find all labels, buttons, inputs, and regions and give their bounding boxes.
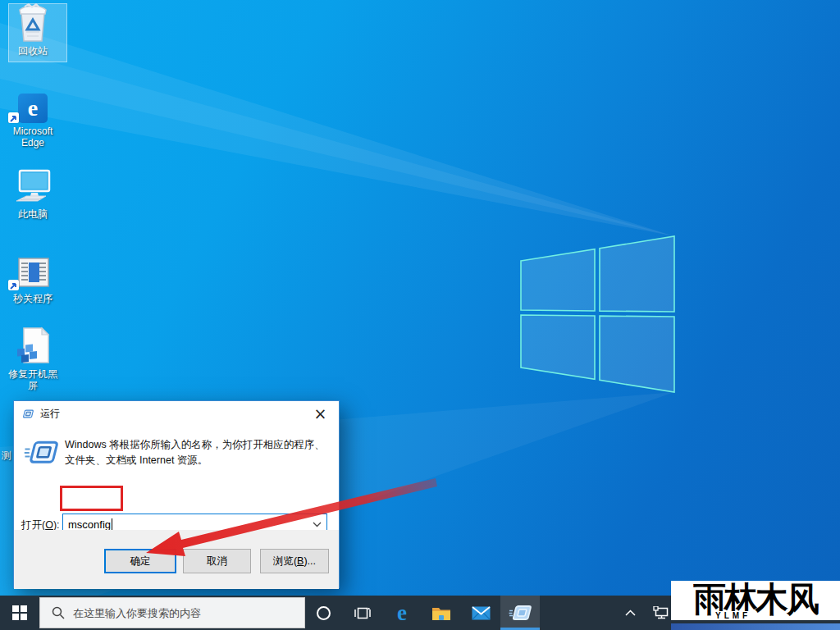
start-button[interactable] [0,596,39,630]
cancel-button[interactable]: 取消 [183,549,251,573]
chevron-down-icon[interactable] [313,522,322,527]
run-dialog-title: 运行 [40,407,60,421]
icon-label: Edge [7,137,59,148]
network-icon [653,606,669,619]
shortcut-arrow-icon [8,112,19,123]
shortcut-arrow-icon [8,280,19,290]
search-input[interactable] [73,607,286,619]
desktop: 回收站 e Microsoft Edge 此电脑 [0,0,840,630]
open-combobox-value: msconfig [68,518,111,531]
task-view-button[interactable] [343,596,382,630]
icon-label: Microsoft [7,126,59,137]
run-dialog-body: Windows 将根据你所输入的名称，为你打开相应的程序、 文件夹、文档或 In… [14,426,339,530]
icon-label: 秒关程序 [7,293,59,304]
taskbar-file-explorer-button[interactable] [422,596,461,630]
run-window-icon [21,409,34,419]
browse-button[interactable]: 浏览(B)... [260,549,329,573]
taskbar-mail-button[interactable] [461,596,500,630]
windows-start-icon [12,605,27,620]
run-dialog-titlebar[interactable]: 运行 × [14,401,339,426]
this-pc-icon [7,167,59,206]
run-icon [509,604,532,623]
run-dialog-message: Windows 将根据你所输入的名称，为你打开相应的程序、 文件夹、文档或 In… [65,437,336,468]
desktop-icon-recycle-bin[interactable]: 回收站 [7,3,59,57]
icon-label: 此电脑 [7,208,59,220]
desktop-icon-this-pc[interactable]: 此电脑 [7,167,59,220]
watermark-blue-strip [671,623,840,630]
file-explorer-icon [431,605,451,621]
cortana-button[interactable] [304,596,343,630]
edge-icon: e [397,596,407,629]
taskbar-edge-button[interactable]: e [382,596,422,630]
desktop-icon-quick-close-program[interactable]: 秒关程序 [7,251,59,304]
search-icon [52,606,65,619]
run-dialog-window: 运行 × Windows 将根据你所输入的名称，为你打开相应的程序、 文件夹、文… [13,400,340,588]
watermark-subtext: YLMF [714,611,752,620]
icon-label: 修复开机黑屏 [7,368,59,391]
desktop-icon-fix-boot-black-screen[interactable]: 修复开机黑屏 [7,326,59,391]
close-icon[interactable]: × [302,401,339,425]
program-window-icon [7,251,59,290]
chevron-up-icon [625,609,636,616]
watermark-text: 雨林木风 [675,581,836,619]
mail-icon [472,606,491,620]
task-view-icon [354,606,371,620]
run-icon [24,439,58,467]
ylmf-watermark: 雨林木风 YLMF [671,581,840,620]
run-dialog-footer: 确定 取消 浏览(B)... [14,530,339,589]
edge-icon: e [7,84,59,123]
tray-show-hidden-icons-button[interactable] [614,596,646,630]
desktop-icon-partial-label[interactable]: 测 [2,449,12,463]
recycle-bin-icon [7,3,59,43]
taskbar-run-app-button[interactable] [500,596,540,630]
ok-button[interactable]: 确定 [104,549,176,573]
cortana-icon [316,605,331,621]
windows-wallpaper-logo-icon [517,232,678,396]
taskbar-search-box[interactable] [39,597,305,628]
registry-file-icon [7,326,59,366]
desktop-icon-microsoft-edge[interactable]: e Microsoft Edge [7,84,59,148]
